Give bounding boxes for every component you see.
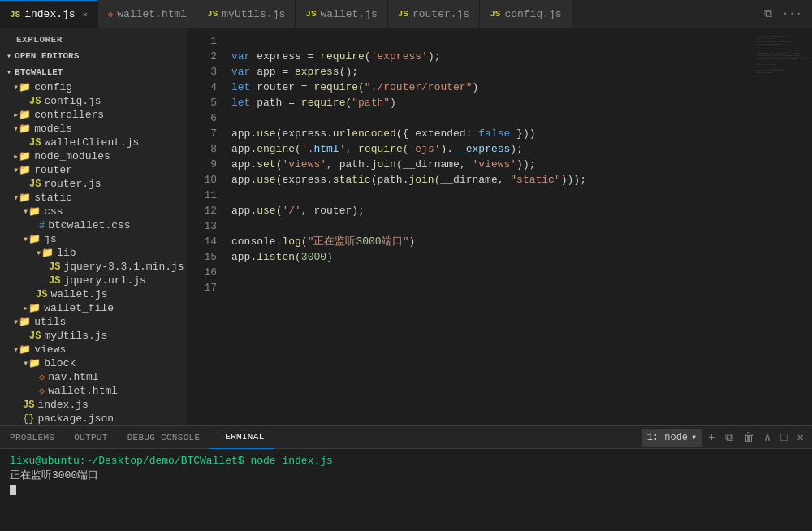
folder-label: js [44,233,57,245]
file-btcwallet-css[interactable]: # btcwallet.css [0,218,187,232]
json-icon: {} [23,413,34,425]
file-label: index.js [37,399,88,411]
folder-node-modules[interactable]: ▸📁 node_modules [0,149,187,163]
arrow-icon: ▾ [6,51,11,61]
folder-controllers[interactable]: ▸📁 controllers [0,108,187,122]
chevron-up-icon[interactable]: ∧ [761,429,774,446]
open-editors-label: OPEN EDITORS [15,51,79,61]
editor-area: 12345 678910 1112131415 1617 var express… [187,28,812,425]
file-label: router.js [44,178,101,190]
folder-router[interactable]: ▾📁 router [0,163,187,177]
html-icon: ◇ [108,9,114,19]
close-icon[interactable]: ✕ [83,10,88,19]
terminal-selector[interactable]: 1: node ▾ [642,429,702,447]
tab-label: wallet.html [117,8,187,20]
minimap: var express = require('express'); var ap… [755,28,812,425]
file-jquery-url-js[interactable]: JS jquery.url.js [0,274,187,287]
folder-icon: ▾📁 [23,205,41,218]
file-label: config.js [44,95,101,107]
folder-lib[interactable]: ▾📁 lib [0,246,187,260]
file-label: jquery-3.3.1.min.js [63,261,184,273]
terminal-cursor-line [10,483,802,498]
tab-label: index.js [24,8,75,20]
btcwallet-label: BTCWALLET [15,67,63,77]
js-icon: JS [49,275,60,287]
folder-icon: ▾📁 [23,357,41,369]
terminal-command-line: lixu@ubuntu:~/Desktop/demo/BTCWallet$ no… [10,454,802,468]
folder-label: node_modules [34,150,110,162]
split-terminal-icon[interactable]: ⧉ [722,430,736,446]
tab-myutils-js[interactable]: JS myUtils.js [197,0,296,28]
js-icon: JS [29,330,41,342]
terminal-content[interactable]: lixu@ubuntu:~/Desktop/demo/BTCWallet$ no… [0,449,812,531]
folder-static[interactable]: ▾📁 static [0,191,187,205]
close-panel-icon[interactable]: ✕ [794,429,807,446]
file-config-js[interactable]: JS config.js [0,94,187,108]
tab-index-js[interactable]: JS index.js ✕ [0,0,98,28]
js-icon: JS [29,96,41,107]
panel-right-buttons: 1: node ▾ + ⧉ 🗑 ∧ □ ✕ [642,429,812,447]
folder-label: router [34,164,72,176]
file-label: jquery.url.js [63,274,145,287]
open-editors-section[interactable]: ▾ OPEN EDITORS [0,48,187,64]
js-icon: JS [23,399,34,411]
folder-label: controllers [34,109,104,121]
html-icon: ◇ [39,385,45,397]
folder-js[interactable]: ▾📁 js [0,232,187,246]
panel-tab-debug[interactable]: DEBUG CONSOLE [118,426,210,449]
folder-label: utils [34,316,66,328]
panel-tab-problems[interactable]: PROBLEMS [0,426,64,449]
file-index-js-root[interactable]: JS index.js [0,398,187,412]
file-package-json[interactable]: {} package.json [0,412,187,425]
tab-router-js[interactable]: JS router.js [388,0,480,28]
folder-icon: ▸📁 [23,302,41,314]
tab-wallet-html[interactable]: ◇ wallet.html [98,0,197,28]
trash-icon[interactable]: 🗑 [740,430,758,446]
folder-label: static [34,192,72,204]
file-label: wallet.html [48,385,118,397]
js-icon: JS [29,179,41,190]
file-nav-html[interactable]: ◇ nav.html [0,370,187,384]
folder-icon: ▾📁 [13,316,31,328]
js-icon: JS [10,10,20,19]
js-icon: JS [490,9,500,19]
folder-icon: ▸📁 [13,150,31,162]
file-wallet-html[interactable]: ◇ wallet.html [0,384,187,398]
btcwallet-section[interactable]: ▾ BTCWALLET [0,64,187,80]
folder-models[interactable]: ▾📁 models [0,122,187,136]
main-area: EXPLORER ▾ OPEN EDITORS ▾ BTCWALLET ▾📁 c… [0,28,812,425]
code-editor[interactable]: var express = require('express'); var ap… [223,28,755,425]
js-icon: JS [49,261,60,273]
file-myutils-js[interactable]: JS myUtils.js [0,329,187,343]
line-numbers: 12345 678910 1112131415 1617 [187,28,223,425]
add-terminal-icon[interactable]: + [705,430,718,446]
folder-utils[interactable]: ▾📁 utils [0,315,187,329]
panel-tab-output[interactable]: OUTPUT [64,426,117,449]
folder-icon: ▾📁 [13,81,31,93]
file-jquery-min-js[interactable]: JS jquery-3.3.1.min.js [0,260,187,274]
tab-label: config.js [504,8,561,20]
tab-wallet-js[interactable]: JS wallet.js [296,0,387,28]
panel-tab-terminal[interactable]: TERMINAL [209,426,274,449]
folder-css[interactable]: ▾📁 css [0,205,187,218]
folder-block[interactable]: ▾📁 block [0,356,187,370]
folder-label: config [34,81,72,93]
split-editor-icon[interactable]: ⧉ [761,6,775,22]
arrow-icon: ▾ [6,67,11,77]
file-wallet-js[interactable]: JS wallet.js [0,287,187,301]
folder-config[interactable]: ▾📁 config [0,80,187,94]
file-label: walletClient.js [44,136,139,149]
file-walletclient-js[interactable]: JS walletClient.js [0,136,187,149]
more-tabs-icon[interactable]: ··· [779,6,806,22]
maximize-icon[interactable]: □ [777,430,790,446]
file-label: myUtils.js [44,330,107,342]
folder-views[interactable]: ▾📁 views [0,343,187,356]
terminal-select-label: 1: node [647,432,688,443]
folder-label: wallet_file [44,302,114,314]
file-router-js[interactable]: JS router.js [0,177,187,191]
js-icon: JS [36,289,47,300]
tab-label: wallet.js [321,8,378,20]
tab-config-js[interactable]: JS config.js [480,0,572,28]
chevron-down-icon: ▾ [691,431,697,443]
folder-wallet-file[interactable]: ▸📁 wallet_file [0,301,187,315]
